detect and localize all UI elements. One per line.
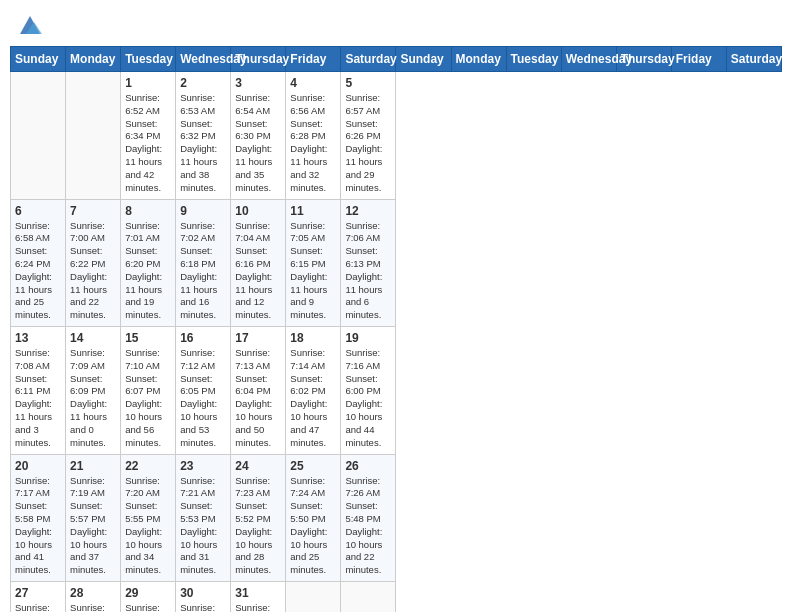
calendar-cell: 5Sunrise: 6:57 AM Sunset: 6:26 PM Daylig… bbox=[341, 72, 396, 200]
calendar-cell: 22Sunrise: 7:20 AM Sunset: 5:55 PM Dayli… bbox=[121, 454, 176, 582]
day-header-wednesday: Wednesday bbox=[176, 47, 231, 72]
day-info: Sunrise: 7:16 AM Sunset: 6:00 PM Dayligh… bbox=[345, 347, 391, 450]
calendar-week-row: 27Sunrise: 7:27 AM Sunset: 5:47 PM Dayli… bbox=[11, 582, 782, 613]
calendar-cell: 6Sunrise: 6:58 AM Sunset: 6:24 PM Daylig… bbox=[11, 199, 66, 327]
calendar-cell: 20Sunrise: 7:17 AM Sunset: 5:58 PM Dayli… bbox=[11, 454, 66, 582]
day-number: 21 bbox=[70, 459, 116, 473]
calendar-table: SundayMondayTuesdayWednesdayThursdayFrid… bbox=[10, 46, 782, 612]
day-info: Sunrise: 7:17 AM Sunset: 5:58 PM Dayligh… bbox=[15, 475, 61, 578]
day-number: 11 bbox=[290, 204, 336, 218]
day-info: Sunrise: 7:24 AM Sunset: 5:50 PM Dayligh… bbox=[290, 475, 336, 578]
day-info: Sunrise: 6:54 AM Sunset: 6:30 PM Dayligh… bbox=[235, 92, 281, 195]
calendar-cell: 17Sunrise: 7:13 AM Sunset: 6:04 PM Dayli… bbox=[231, 327, 286, 455]
calendar-cell bbox=[66, 72, 121, 200]
day-number: 6 bbox=[15, 204, 61, 218]
calendar-cell: 19Sunrise: 7:16 AM Sunset: 6:00 PM Dayli… bbox=[341, 327, 396, 455]
calendar-week-row: 6Sunrise: 6:58 AM Sunset: 6:24 PM Daylig… bbox=[11, 199, 782, 327]
calendar-cell: 23Sunrise: 7:21 AM Sunset: 5:53 PM Dayli… bbox=[176, 454, 231, 582]
page-header bbox=[10, 10, 782, 38]
day-info: Sunrise: 6:57 AM Sunset: 6:26 PM Dayligh… bbox=[345, 92, 391, 195]
day-header-friday: Friday bbox=[671, 47, 726, 72]
day-number: 19 bbox=[345, 331, 391, 345]
day-header-saturday: Saturday bbox=[726, 47, 781, 72]
calendar-cell: 2Sunrise: 6:53 AM Sunset: 6:32 PM Daylig… bbox=[176, 72, 231, 200]
day-info: Sunrise: 7:04 AM Sunset: 6:16 PM Dayligh… bbox=[235, 220, 281, 323]
day-info: Sunrise: 7:06 AM Sunset: 6:13 PM Dayligh… bbox=[345, 220, 391, 323]
day-number: 25 bbox=[290, 459, 336, 473]
day-info: Sunrise: 7:05 AM Sunset: 6:15 PM Dayligh… bbox=[290, 220, 336, 323]
day-header-tuesday: Tuesday bbox=[506, 47, 561, 72]
day-info: Sunrise: 7:02 AM Sunset: 6:18 PM Dayligh… bbox=[180, 220, 226, 323]
logo bbox=[14, 10, 44, 38]
day-info: Sunrise: 7:09 AM Sunset: 6:09 PM Dayligh… bbox=[70, 347, 116, 450]
day-number: 2 bbox=[180, 76, 226, 90]
day-number: 7 bbox=[70, 204, 116, 218]
day-number: 22 bbox=[125, 459, 171, 473]
day-header-tuesday: Tuesday bbox=[121, 47, 176, 72]
day-info: Sunrise: 7:29 AM Sunset: 5:45 PM Dayligh… bbox=[70, 602, 116, 612]
calendar-cell: 14Sunrise: 7:09 AM Sunset: 6:09 PM Dayli… bbox=[66, 327, 121, 455]
day-header-wednesday: Wednesday bbox=[561, 47, 616, 72]
day-number: 9 bbox=[180, 204, 226, 218]
calendar-cell: 15Sunrise: 7:10 AM Sunset: 6:07 PM Dayli… bbox=[121, 327, 176, 455]
day-info: Sunrise: 6:53 AM Sunset: 6:32 PM Dayligh… bbox=[180, 92, 226, 195]
calendar-cell: 25Sunrise: 7:24 AM Sunset: 5:50 PM Dayli… bbox=[286, 454, 341, 582]
calendar-cell: 7Sunrise: 7:00 AM Sunset: 6:22 PM Daylig… bbox=[66, 199, 121, 327]
day-info: Sunrise: 7:13 AM Sunset: 6:04 PM Dayligh… bbox=[235, 347, 281, 450]
day-header-thursday: Thursday bbox=[231, 47, 286, 72]
calendar-cell: 21Sunrise: 7:19 AM Sunset: 5:57 PM Dayli… bbox=[66, 454, 121, 582]
calendar-cell: 10Sunrise: 7:04 AM Sunset: 6:16 PM Dayli… bbox=[231, 199, 286, 327]
calendar-cell: 18Sunrise: 7:14 AM Sunset: 6:02 PM Dayli… bbox=[286, 327, 341, 455]
calendar-cell: 26Sunrise: 7:26 AM Sunset: 5:48 PM Dayli… bbox=[341, 454, 396, 582]
calendar-cell bbox=[341, 582, 396, 613]
day-info: Sunrise: 7:27 AM Sunset: 5:47 PM Dayligh… bbox=[15, 602, 61, 612]
calendar-cell: 11Sunrise: 7:05 AM Sunset: 6:15 PM Dayli… bbox=[286, 199, 341, 327]
day-info: Sunrise: 6:58 AM Sunset: 6:24 PM Dayligh… bbox=[15, 220, 61, 323]
logo-icon bbox=[16, 10, 44, 38]
day-info: Sunrise: 7:19 AM Sunset: 5:57 PM Dayligh… bbox=[70, 475, 116, 578]
day-number: 30 bbox=[180, 586, 226, 600]
day-info: Sunrise: 7:01 AM Sunset: 6:20 PM Dayligh… bbox=[125, 220, 171, 323]
day-number: 26 bbox=[345, 459, 391, 473]
day-header-sunday: Sunday bbox=[396, 47, 451, 72]
day-number: 20 bbox=[15, 459, 61, 473]
day-info: Sunrise: 7:12 AM Sunset: 6:05 PM Dayligh… bbox=[180, 347, 226, 450]
day-number: 5 bbox=[345, 76, 391, 90]
calendar-cell: 27Sunrise: 7:27 AM Sunset: 5:47 PM Dayli… bbox=[11, 582, 66, 613]
calendar-cell: 13Sunrise: 7:08 AM Sunset: 6:11 PM Dayli… bbox=[11, 327, 66, 455]
calendar-cell bbox=[11, 72, 66, 200]
day-info: Sunrise: 7:23 AM Sunset: 5:52 PM Dayligh… bbox=[235, 475, 281, 578]
day-info: Sunrise: 7:30 AM Sunset: 5:43 PM Dayligh… bbox=[125, 602, 171, 612]
day-number: 17 bbox=[235, 331, 281, 345]
calendar-cell: 31Sunrise: 7:33 AM Sunset: 5:40 PM Dayli… bbox=[231, 582, 286, 613]
day-info: Sunrise: 6:56 AM Sunset: 6:28 PM Dayligh… bbox=[290, 92, 336, 195]
calendar-cell: 1Sunrise: 6:52 AM Sunset: 6:34 PM Daylig… bbox=[121, 72, 176, 200]
day-header-friday: Friday bbox=[286, 47, 341, 72]
day-number: 4 bbox=[290, 76, 336, 90]
day-info: Sunrise: 7:08 AM Sunset: 6:11 PM Dayligh… bbox=[15, 347, 61, 450]
day-info: Sunrise: 6:52 AM Sunset: 6:34 PM Dayligh… bbox=[125, 92, 171, 195]
day-info: Sunrise: 7:31 AM Sunset: 5:42 PM Dayligh… bbox=[180, 602, 226, 612]
day-number: 15 bbox=[125, 331, 171, 345]
day-number: 24 bbox=[235, 459, 281, 473]
day-number: 31 bbox=[235, 586, 281, 600]
day-number: 12 bbox=[345, 204, 391, 218]
day-info: Sunrise: 7:00 AM Sunset: 6:22 PM Dayligh… bbox=[70, 220, 116, 323]
day-info: Sunrise: 7:14 AM Sunset: 6:02 PM Dayligh… bbox=[290, 347, 336, 450]
day-number: 1 bbox=[125, 76, 171, 90]
day-header-sunday: Sunday bbox=[11, 47, 66, 72]
day-info: Sunrise: 7:20 AM Sunset: 5:55 PM Dayligh… bbox=[125, 475, 171, 578]
day-info: Sunrise: 7:10 AM Sunset: 6:07 PM Dayligh… bbox=[125, 347, 171, 450]
calendar-week-row: 13Sunrise: 7:08 AM Sunset: 6:11 PM Dayli… bbox=[11, 327, 782, 455]
day-number: 16 bbox=[180, 331, 226, 345]
calendar-week-row: 20Sunrise: 7:17 AM Sunset: 5:58 PM Dayli… bbox=[11, 454, 782, 582]
calendar-cell: 9Sunrise: 7:02 AM Sunset: 6:18 PM Daylig… bbox=[176, 199, 231, 327]
day-header-monday: Monday bbox=[451, 47, 506, 72]
day-number: 13 bbox=[15, 331, 61, 345]
day-number: 23 bbox=[180, 459, 226, 473]
day-number: 10 bbox=[235, 204, 281, 218]
day-info: Sunrise: 7:21 AM Sunset: 5:53 PM Dayligh… bbox=[180, 475, 226, 578]
day-number: 8 bbox=[125, 204, 171, 218]
calendar-cell: 30Sunrise: 7:31 AM Sunset: 5:42 PM Dayli… bbox=[176, 582, 231, 613]
days-header-row: SundayMondayTuesdayWednesdayThursdayFrid… bbox=[11, 47, 782, 72]
